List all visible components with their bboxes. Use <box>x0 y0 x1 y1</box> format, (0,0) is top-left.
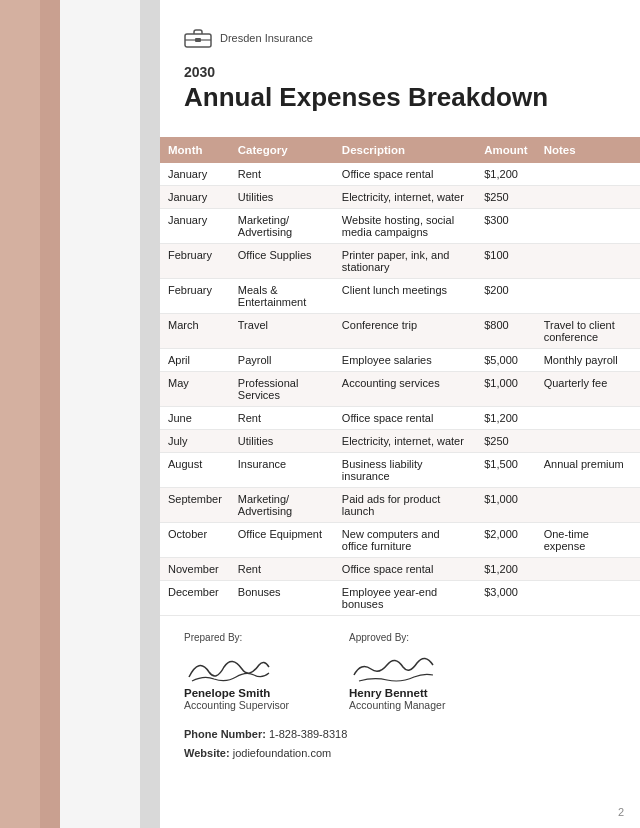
cell-notes: Annual premium <box>536 453 640 488</box>
cell-description: Website hosting, social media campaigns <box>334 209 476 244</box>
table-row: FebruaryMeals & EntertainmentClient lunc… <box>160 279 640 314</box>
table-row: JanuaryMarketing/ AdvertisingWebsite hos… <box>160 209 640 244</box>
cell-amount: $300 <box>476 209 535 244</box>
phone-label: Phone Number: <box>184 728 266 740</box>
cell-description: Employee salaries <box>334 349 476 372</box>
cell-notes: Travel to client conference <box>536 314 640 349</box>
cell-month: January <box>160 186 230 209</box>
cell-amount: $1,200 <box>476 407 535 430</box>
table-row: MayProfessional ServicesAccounting servi… <box>160 372 640 407</box>
phone-line: Phone Number: 1-828-389-8318 <box>184 725 616 744</box>
expense-table: Month Category Description Amount Notes … <box>160 137 640 616</box>
header: Dresden Insurance 2030 Annual Expenses B… <box>160 0 640 137</box>
col-header-description: Description <box>334 137 476 163</box>
cell-notes <box>536 430 640 453</box>
website-label: Website: <box>184 747 230 759</box>
gray-bar-decoration <box>140 0 160 828</box>
cell-description: Office space rental <box>334 558 476 581</box>
company-name: Dresden Insurance <box>220 32 313 44</box>
cell-notes <box>536 209 640 244</box>
cell-category: Rent <box>230 558 334 581</box>
cell-month: April <box>160 349 230 372</box>
cell-description: Paid ads for product launch <box>334 488 476 523</box>
contact-info: Phone Number: 1-828-389-8318 Website: jo… <box>184 725 616 762</box>
cell-category: Utilities <box>230 186 334 209</box>
cell-month: January <box>160 209 230 244</box>
table-row: JanuaryUtilitiesElectricity, internet, w… <box>160 186 640 209</box>
main-content: Dresden Insurance 2030 Annual Expenses B… <box>160 0 640 828</box>
footer: Prepared By: Penelope Smith Accounting S… <box>160 616 640 774</box>
signatures-area: Prepared By: Penelope Smith Accounting S… <box>184 632 616 711</box>
cell-notes <box>536 244 640 279</box>
preparer-signature-image <box>184 647 289 685</box>
table-row: AugustInsuranceBusiness liability insura… <box>160 453 640 488</box>
approver-name: Henry Bennett <box>349 687 445 699</box>
cell-category: Marketing/ Advertising <box>230 209 334 244</box>
cell-amount: $250 <box>476 430 535 453</box>
col-header-month: Month <box>160 137 230 163</box>
cell-amount: $2,000 <box>476 523 535 558</box>
cell-category: Professional Services <box>230 372 334 407</box>
cell-amount: $800 <box>476 314 535 349</box>
cell-notes: One-time expense <box>536 523 640 558</box>
cell-category: Utilities <box>230 430 334 453</box>
approver-signature-image <box>349 647 445 685</box>
page-number: 2 <box>618 806 624 818</box>
preparer-name: Penelope Smith <box>184 687 289 699</box>
cell-month: January <box>160 163 230 186</box>
cell-month: March <box>160 314 230 349</box>
cell-amount: $1,200 <box>476 558 535 581</box>
cell-category: Bonuses <box>230 581 334 616</box>
cell-description: Business liability insurance <box>334 453 476 488</box>
approver-title: Accounting Manager <box>349 699 445 711</box>
table-row: JulyUtilitiesElectricity, internet, wate… <box>160 430 640 453</box>
website-value: jodiefoundation.com <box>233 747 331 759</box>
cell-month: October <box>160 523 230 558</box>
briefcase-icon <box>184 28 212 48</box>
cell-amount: $5,000 <box>476 349 535 372</box>
cell-amount: $1,000 <box>476 372 535 407</box>
cell-category: Travel <box>230 314 334 349</box>
cell-category: Office Equipment <box>230 523 334 558</box>
cell-description: New computers and office furniture <box>334 523 476 558</box>
cell-notes: Monthly payroll <box>536 349 640 372</box>
cell-notes <box>536 488 640 523</box>
cell-month: July <box>160 430 230 453</box>
prepared-by-label: Prepared By: <box>184 632 289 643</box>
cell-description: Printer paper, ink, and stationary <box>334 244 476 279</box>
report-title: Annual Expenses Breakdown <box>184 82 616 113</box>
cell-amount: $1,200 <box>476 163 535 186</box>
cell-amount: $250 <box>476 186 535 209</box>
website-line: Website: jodiefoundation.com <box>184 744 616 763</box>
cell-notes: Quarterly fee <box>536 372 640 407</box>
left-sidebar-inner <box>0 0 40 828</box>
cell-description: Accounting services <box>334 372 476 407</box>
cell-notes <box>536 163 640 186</box>
cell-description: Conference trip <box>334 314 476 349</box>
cell-description: Electricity, internet, water <box>334 186 476 209</box>
cell-amount: $1,500 <box>476 453 535 488</box>
cell-month: June <box>160 407 230 430</box>
logo-area: Dresden Insurance <box>184 28 616 48</box>
table-row: DecemberBonusesEmployee year-end bonuses… <box>160 581 640 616</box>
cell-month: November <box>160 558 230 581</box>
preparer-title: Accounting Supervisor <box>184 699 289 711</box>
cell-description: Office space rental <box>334 407 476 430</box>
col-header-category: Category <box>230 137 334 163</box>
cell-category: Rent <box>230 163 334 186</box>
cell-description: Client lunch meetings <box>334 279 476 314</box>
cell-category: Payroll <box>230 349 334 372</box>
table-row: FebruaryOffice SuppliesPrinter paper, in… <box>160 244 640 279</box>
cell-month: December <box>160 581 230 616</box>
report-year: 2030 <box>184 64 616 80</box>
cell-category: Rent <box>230 407 334 430</box>
cell-category: Meals & Entertainment <box>230 279 334 314</box>
cell-month: May <box>160 372 230 407</box>
cell-month: February <box>160 244 230 279</box>
cell-description: Office space rental <box>334 163 476 186</box>
preparer-signature-block: Prepared By: Penelope Smith Accounting S… <box>184 632 289 711</box>
cell-notes <box>536 186 640 209</box>
cell-month: February <box>160 279 230 314</box>
cell-notes <box>536 407 640 430</box>
cell-month: August <box>160 453 230 488</box>
